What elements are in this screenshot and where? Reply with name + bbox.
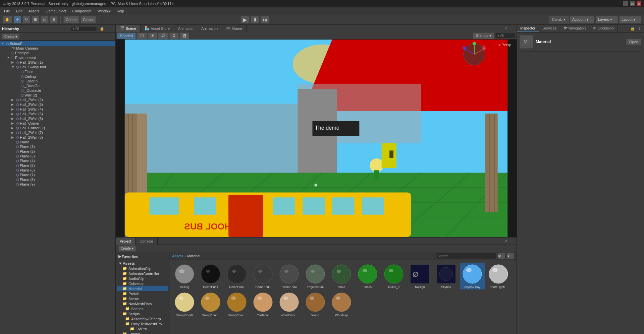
scene-search-input[interactable] [495, 33, 515, 39]
asset-item-tilefloor[interactable]: TileFloor [251, 291, 275, 318]
menu-help[interactable]: Help [114, 8, 127, 14]
asset-item-ceiling[interactable]: Ceiling [172, 263, 197, 289]
tab-asset-store[interactable]: 🏪 Asset Store [141, 25, 174, 32]
mode-2d-button[interactable]: 2D [137, 32, 147, 39]
tree-item-plane9[interactable]: ⬡ Plane (9) [0, 182, 115, 187]
inspector-lock-icon[interactable]: 🔒 [629, 26, 636, 31]
asset-item-whitebrick[interactable]: WhiteBrick... [277, 291, 302, 318]
tree-item-hall2wall5[interactable]: ▶ ⬡ Hall_2Wall (5) [0, 112, 115, 116]
favorites-header[interactable]: ▶ Favorites [117, 254, 168, 259]
asset-item-demoend3[interactable]: DemoEnd3 [251, 263, 275, 289]
project-folder-scenes[interactable]: 📁 Scenes [117, 306, 168, 311]
asset-item-grass[interactable]: Grass [355, 263, 380, 289]
hierarchy-more-icon[interactable]: ⋮ [107, 26, 113, 31]
tree-item-hall2wall7[interactable]: ▶ ⬡ Hall_2Wall (7) [0, 130, 115, 135]
play-button[interactable]: ▶ [240, 16, 249, 23]
project-folder-shader[interactable]: 📁 Shader [117, 331, 168, 334]
asset-item-skyboxday[interactable]: Skybox Day [460, 263, 485, 289]
tree-item-plane3[interactable]: ⬡ Plane (3) [0, 154, 115, 158]
project-folder-navmeshdata[interactable]: 📁 NavMeshData [117, 301, 168, 306]
menu-window[interactable]: Window [95, 8, 113, 14]
asset-item-grass0[interactable]: Grass_0 [381, 263, 406, 289]
bottom-maximize-icon[interactable]: ⤢ [503, 239, 509, 243]
tree-item-plane[interactable]: ⬡ Plane [0, 140, 115, 144]
asset-item-demoend2[interactable]: DemoEnd2 [224, 263, 249, 289]
assets-header[interactable]: ▼ Assets [117, 261, 168, 266]
tab-project[interactable]: Project [116, 238, 136, 245]
asset-item-swingdoor1[interactable]: SwingDoor... [198, 291, 223, 318]
menu-component[interactable]: Component [69, 8, 94, 14]
inspector-more-icon[interactable]: ⋮ [636, 26, 643, 31]
tree-item-principal[interactable]: ⬡ Principal [0, 51, 115, 55]
tab-occlusion[interactable]: 👁 Occlusion [589, 25, 617, 32]
tree-item-hallswingdoor[interactable]: ▼ ⬡ Hall_SwingDoor [0, 65, 115, 69]
hierarchy-create-button[interactable]: Create ▾ [2, 34, 19, 40]
close-button[interactable]: ✕ [637, 1, 641, 6]
project-create-button[interactable]: Create ▾ [118, 246, 136, 252]
project-folder-scene[interactable]: 📁 Scene [117, 296, 168, 301]
tool-rotate[interactable]: ↻ [22, 16, 30, 23]
menu-edit[interactable]: Edit [13, 8, 25, 14]
next-button[interactable]: ⏭ [261, 16, 269, 23]
project-folder-animclip[interactable]: 📁 AnimationClip [117, 266, 168, 271]
tab-services[interactable]: Services [539, 25, 560, 32]
lighting-button[interactable]: ☀ [148, 32, 157, 39]
breadcrumb-material[interactable]: Material [187, 254, 200, 258]
tree-item-hallcorner[interactable]: ▶ ⬡ Hall_Corner [0, 121, 115, 126]
tab-animator[interactable]: Animator [174, 25, 197, 32]
tool-transform[interactable]: ⊕ [50, 16, 58, 23]
asset-item-swingdoor2[interactable]: SwingDoor... [224, 291, 249, 318]
tab-console[interactable]: Console [136, 238, 157, 245]
scene-view[interactable]: SCHOOL BUS The demo [116, 40, 517, 237]
hierarchy-lock-icon[interactable]: 🔒 [98, 26, 106, 31]
asset-item-nosign[interactable]: ∅ NoSign [408, 263, 432, 289]
project-folder-cubemap[interactable]: 📁 Cubemap [117, 281, 168, 286]
scene-more-icon[interactable]: ⋮ [509, 26, 515, 30]
minimize-button[interactable]: ─ [623, 1, 628, 6]
effects2-button[interactable]: 🖼 [179, 32, 189, 39]
breadcrumb-assets[interactable]: Assets [172, 254, 183, 258]
asset-item-demoend1[interactable]: DemoEnd1 [198, 263, 223, 289]
tree-item-hall2wall4[interactable]: ▶ ⬡ Hall_2Wall (4) [0, 107, 115, 112]
project-folder-prefab[interactable]: 📁 Prefab [117, 291, 168, 296]
tree-item-hall2wall2[interactable]: ▶ ⬡ Hall_2Wall (2) [0, 97, 115, 102]
tool-hand[interactable]: ✋ [3, 16, 12, 23]
tree-item-plane1[interactable]: ⬡ Plane (1) [0, 144, 115, 149]
project-folder-assembly[interactable]: 📁 Assembly-CSharp [117, 316, 168, 321]
tree-item-plane2[interactable]: ⬡ Plane (2) [0, 149, 115, 154]
tree-item-ceiling[interactable]: ⬡ Ceiling [0, 74, 115, 79]
tree-item-hallcorner1[interactable]: ▶ ⬡ Hall_Corner (1) [0, 126, 115, 130]
project-folder-textmeshpro[interactable]: 📁 Unity.TextMeshPro [117, 321, 168, 326]
tree-item-hall2wall1[interactable]: ▶ ⬡ Hall_2Wall (1) [0, 60, 115, 65]
shading-dropdown[interactable]: Shaded [117, 32, 136, 39]
hierarchy-search[interactable] [70, 26, 97, 31]
tool-scale[interactable]: ⊞ [32, 16, 39, 23]
asset-item-spritelighting[interactable]: SpriteLighti... [486, 263, 511, 289]
asset-item-demoend4[interactable]: DemoEnd4 [277, 263, 302, 289]
project-folder-material[interactable]: 📁 Material [117, 286, 168, 291]
open-button[interactable]: Open [626, 39, 641, 45]
project-folder-tmppro[interactable]: 📁 TMPro [117, 326, 168, 331]
menu-gameobject[interactable]: GameObject [43, 8, 69, 14]
asset-item-swingdoor0[interactable]: SwingDoor0 [172, 291, 197, 318]
account-dropdown[interactable]: Account ▾ [570, 16, 594, 23]
tab-game[interactable]: 🎮 Game [222, 25, 247, 32]
asset-item-skybox[interactable]: Skybox [434, 263, 459, 289]
tree-item-hall2wall8[interactable]: ▶ ⬡ Hall_2Wall (8) [0, 135, 115, 140]
asset-item-edgetexture[interactable]: EdgeTexture [303, 263, 328, 289]
asset-options-button[interactable]: ⊞ [498, 253, 505, 259]
tab-navigation[interactable]: 🗺 Navigation [560, 25, 589, 32]
project-folder-audioclip[interactable]: 📁 AudioClip [117, 276, 168, 281]
tool-move[interactable]: ✛ [13, 16, 21, 23]
gizmos-button[interactable]: Gizmos ▾ [473, 32, 494, 39]
tree-item-wall2[interactable]: ⬡ Wall (2) [0, 93, 115, 97]
collab-button[interactable]: Collab ▾ [549, 16, 569, 23]
layers-dropdown[interactable]: Layers ▾ [596, 16, 618, 23]
tree-item-plane7[interactable]: ⬡ Plane (7) [0, 173, 115, 177]
project-folder-scripts[interactable]: 📁 Scripts [117, 311, 168, 316]
asset-item-woodcap[interactable]: Woodcap [329, 291, 354, 318]
restore-button[interactable]: ▭ [630, 1, 635, 6]
tree-item-environment[interactable]: ▼ ⬡ Environment [0, 55, 115, 60]
tree-item-plane8[interactable]: ⬡ Plane (8) [0, 177, 115, 182]
tab-inspector[interactable]: Inspector [517, 25, 539, 32]
